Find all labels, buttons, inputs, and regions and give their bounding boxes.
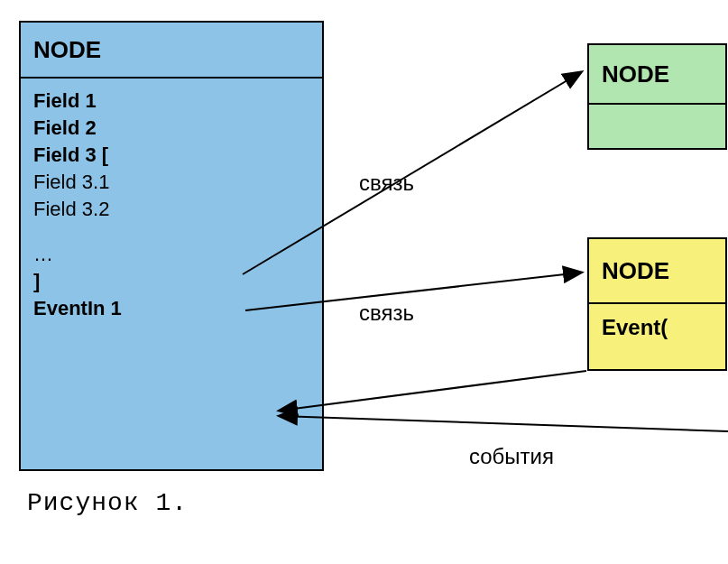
- svg-line-4: [280, 416, 728, 431]
- field-3-close: ]: [33, 268, 309, 295]
- node-main: NODE Field 1 Field 2 Field 3 [ Field 3.1…: [19, 21, 324, 471]
- field-ellipsis: …: [33, 241, 309, 268]
- label-link-1: связь: [359, 171, 414, 196]
- node-yellow-body: Event(: [589, 304, 725, 351]
- field-3-1: Field 3.1: [33, 169, 309, 196]
- node-green: NODE: [587, 43, 727, 150]
- node-green-title: NODE: [589, 45, 725, 105]
- field-3-open: Field 3 [: [33, 142, 309, 169]
- label-events: события: [469, 444, 554, 469]
- field-3-2: Field 3.2: [33, 196, 309, 223]
- svg-line-3: [280, 371, 586, 411]
- node-yellow: NODE Event(: [587, 237, 727, 371]
- node-yellow-title: NODE: [589, 239, 725, 304]
- label-link-2: связь: [359, 300, 414, 326]
- node-green-body: [589, 105, 725, 148]
- field-2: Field 2: [33, 115, 309, 142]
- field-1: Field 1: [33, 88, 309, 115]
- event-out: Event(: [602, 313, 713, 342]
- event-in: EventIn 1: [33, 295, 309, 322]
- node-main-title: NODE: [21, 23, 322, 79]
- node-main-body: Field 1 Field 2 Field 3 [ Field 3.1 Fiel…: [21, 79, 322, 331]
- figure-caption: Рисунок 1.: [27, 489, 188, 517]
